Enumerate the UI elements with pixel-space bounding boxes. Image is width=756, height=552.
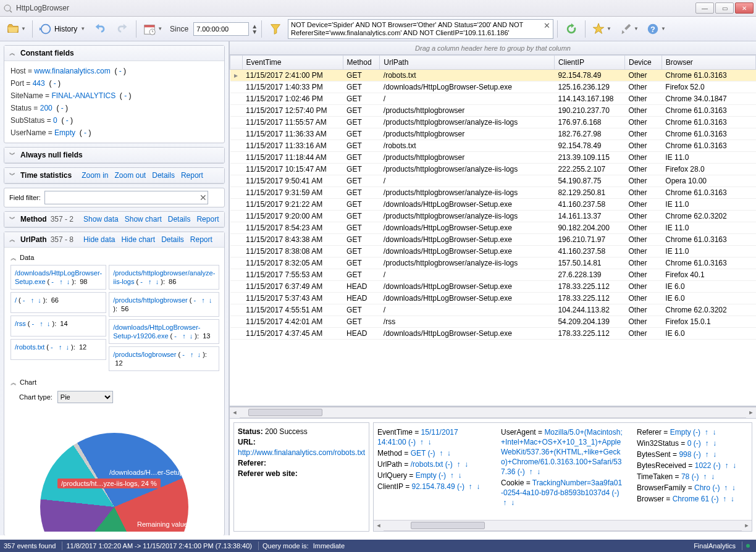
detail-value-link[interactable]: Chro <box>694 483 710 492</box>
table-row[interactable]: 11/15/2017 11:33:16 AMGET/robots.txt92.1… <box>230 140 756 152</box>
minus-link[interactable]: (-) <box>692 472 699 481</box>
scroll-right-arrow[interactable]: ► <box>746 408 756 418</box>
minus-link[interactable]: (-) <box>428 449 435 458</box>
down-link[interactable]: ↓ <box>47 320 51 327</box>
panel-link[interactable]: Report <box>190 235 212 244</box>
table-row[interactable]: 11/15/2017 1:40:33 PMGET/downloads/HttpL… <box>230 82 756 93</box>
minus-link[interactable]: - <box>140 278 143 285</box>
details-scrollbar[interactable]: ◄ ► <box>374 520 752 531</box>
up-link[interactable]: ↑ <box>705 450 708 459</box>
down-link[interactable]: ↓ <box>464 460 468 469</box>
down-link[interactable]: ↓ <box>713 450 716 459</box>
table-row[interactable]: 11/15/2017 1:02:46 PMGET/114.143.167.198… <box>230 93 756 105</box>
chart-type-select[interactable]: Pie <box>57 391 113 403</box>
detail-value-link[interactable]: 1022 <box>695 461 712 470</box>
panel-link[interactable]: Show chart <box>125 215 162 224</box>
panel-link[interactable]: Details <box>168 215 191 224</box>
up-link[interactable]: ↑ <box>705 439 708 448</box>
detail-value-link[interactable]: 92.154.78.49 <box>411 482 455 491</box>
refresh-button[interactable] <box>561 19 581 39</box>
table-row[interactable]: 11/15/2017 9:20:00 AMGET/products/httplo… <box>230 211 756 222</box>
up-link[interactable]: ↑ <box>59 343 62 351</box>
up-link[interactable]: ↑ <box>456 460 460 469</box>
panel-link[interactable]: Details <box>152 171 175 180</box>
up-link[interactable]: ↑ <box>190 351 194 358</box>
path-link[interactable]: /products/httplogbrowser/analyze-iis-log… <box>113 269 215 285</box>
table-row[interactable]: 11/15/2017 4:42:01 AMGET/rss54.209.204.1… <box>230 316 756 328</box>
log-table-wrap[interactable]: EventTimeMethodUrlPathClientIPDeviceBrow… <box>230 55 756 407</box>
undo-button[interactable] <box>90 19 110 39</box>
path-link[interactable]: / <box>15 296 17 304</box>
details-url-link[interactable]: http://www.finalanalytics.com/robots.txt <box>238 448 365 457</box>
down-link[interactable]: ↓ <box>537 467 540 476</box>
minus-link[interactable]: - <box>23 296 25 304</box>
minimize-button[interactable]: — <box>695 2 714 14</box>
up-link[interactable]: ↑ <box>439 449 443 458</box>
minus-link[interactable]: - <box>51 343 53 351</box>
table-row[interactable]: 11/15/2017 4:37:45 AMHEAD/downloads/Http… <box>230 328 756 340</box>
up-link[interactable]: ↑ <box>40 320 43 327</box>
down-link[interactable]: ↓ <box>511 498 514 507</box>
minus-link[interactable]: - <box>84 128 86 137</box>
constant-value-link[interactable]: www.finalanalytics.com <box>34 67 110 75</box>
path-link[interactable]: /products/httplogbrowser <box>113 296 187 304</box>
down-link[interactable]: ↓ <box>427 438 431 446</box>
column-header[interactable]: Method <box>343 56 380 70</box>
up-link[interactable]: ↑ <box>148 278 152 285</box>
panel-link[interactable]: Hide data <box>83 235 115 244</box>
detail-value-link[interactable]: 15/11/2017 14:41:00 <box>377 428 458 446</box>
detail-value-link[interactable]: 998 <box>679 450 691 459</box>
path-link[interactable]: /robots.txt <box>15 343 44 351</box>
minus-link[interactable]: (-) <box>713 461 721 470</box>
minus-link[interactable]: - <box>51 278 54 285</box>
path-link[interactable]: /products/logbrowser <box>113 351 176 358</box>
down-link[interactable]: ↓ <box>712 428 716 437</box>
path-link[interactable]: /rss <box>15 320 26 327</box>
detail-value-link[interactable]: GET <box>411 449 426 458</box>
table-row[interactable]: 11/15/2017 11:36:33 AMGET/products/httpl… <box>230 128 756 140</box>
up-link[interactable]: ↑ <box>469 482 472 491</box>
table-row[interactable]: 11/15/2017 12:57:40 PMGET/products/httpl… <box>230 105 756 117</box>
favorite-button[interactable]: ▼ <box>589 19 614 39</box>
down-link[interactable]: ↓ <box>190 332 193 340</box>
since-spinner[interactable]: ▲▼ <box>251 23 258 35</box>
up-link[interactable]: ↑ <box>201 296 205 304</box>
down-link[interactable]: ↓ <box>458 471 461 480</box>
up-link[interactable]: ↑ <box>724 461 728 470</box>
filter-input[interactable]: NOT Device='Spider' AND NOT Browser='Oth… <box>288 20 553 38</box>
detail-value-link[interactable]: Chrome 61 <box>673 495 709 503</box>
table-row[interactable]: 11/15/2017 9:21:22 AMGET/downloads/HttpL… <box>230 199 756 211</box>
minus-link[interactable]: (-) <box>408 438 416 446</box>
minus-link[interactable]: - <box>54 79 56 88</box>
scroll-right-arrow[interactable]: ► <box>742 521 752 531</box>
detail-value-link[interactable]: Empty <box>416 471 437 480</box>
up-link[interactable]: ↑ <box>450 471 454 480</box>
up-link[interactable]: ↑ <box>31 296 35 304</box>
column-header[interactable]: EventTime <box>242 56 343 70</box>
up-link[interactable]: ↑ <box>723 495 726 503</box>
detail-value-link[interactable]: Empty <box>670 428 691 437</box>
constant-value-link[interactable]: FINAL-ANALYTICS <box>51 91 116 100</box>
tools-button[interactable]: ▼ <box>616 19 641 39</box>
panel-link[interactable]: Zoom out <box>115 171 146 180</box>
minus-link[interactable]: (-) <box>694 439 701 448</box>
minus-link[interactable]: - <box>32 320 35 327</box>
table-row[interactable]: 11/15/2017 11:55:57 AMGET/products/httpl… <box>230 117 756 128</box>
table-row[interactable]: 11/15/2017 5:37:43 AMHEAD/downloads/Http… <box>230 293 756 304</box>
down-link[interactable]: ↓ <box>476 482 480 491</box>
minus-link[interactable]: (-) <box>612 488 620 497</box>
scroll-thumb[interactable] <box>248 409 322 416</box>
time-stats-header[interactable]: ︾ Time statistics Zoom inZoom outDetails… <box>4 168 224 183</box>
minus-link[interactable]: - <box>61 104 64 112</box>
minus-link[interactable]: - <box>66 116 69 125</box>
help-button[interactable]: ?▼ <box>644 19 668 39</box>
column-header[interactable]: Device <box>625 56 662 70</box>
up-link[interactable]: ↑ <box>59 278 63 285</box>
calendar-button[interactable]: ▼ <box>140 19 165 39</box>
minus-link[interactable]: - <box>174 332 177 340</box>
minus-link[interactable]: (-) <box>712 483 720 492</box>
table-row[interactable]: 11/15/2017 9:50:41 AMGET/54.190.87.75Oth… <box>230 175 756 187</box>
down-link[interactable]: ↓ <box>731 495 734 503</box>
minus-link[interactable]: - <box>119 67 122 75</box>
panel-link[interactable]: Hide chart <box>121 235 155 244</box>
